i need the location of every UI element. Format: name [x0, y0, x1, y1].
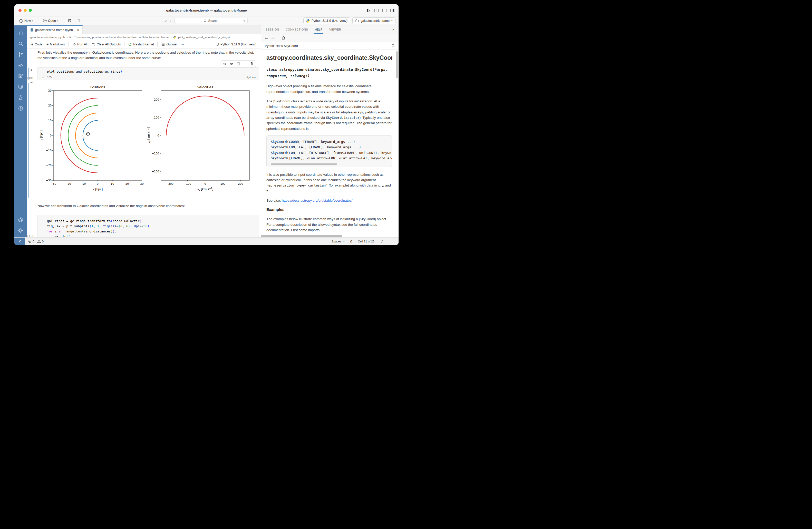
tab-session[interactable]: SESSION — [265, 25, 279, 34]
save-all-icon — [76, 19, 81, 23]
split-cell-button[interactable] — [235, 61, 242, 67]
notebook-content[interactable]: First, let's visualize the geometry in G… — [27, 48, 261, 237]
panel-tab-bar: SESSION CONNECTIONS HELP VIEWER × — [261, 25, 398, 34]
vertical-scrollbar[interactable] — [396, 51, 398, 78]
svg-text:0: 0 — [50, 134, 52, 137]
run-cell-button[interactable] — [29, 68, 33, 73]
tab-viewer[interactable]: VIEWER — [329, 25, 341, 34]
toggle-panel-icon[interactable] — [382, 9, 387, 12]
history-forward-button[interactable]: › — [170, 19, 171, 23]
doc-code-block[interactable]: >>> from astropy.coordinates import SkyC… — [266, 237, 392, 237]
clear-all-outputs-button[interactable]: Clear All Outputs — [90, 41, 123, 48]
problems-warnings-button[interactable]: 0 — [37, 240, 43, 243]
output-focus-bar — [28, 83, 28, 198]
tab-connections[interactable]: CONNECTIONS — [285, 25, 308, 34]
close-window-button[interactable] — [18, 9, 21, 12]
toggle-sidebar-icon[interactable] — [374, 9, 379, 12]
breadcrumb-section[interactable]: Transforming positions and velocities to… — [74, 36, 169, 39]
markdown-cell[interactable]: Now we can transform to Galactic coordin… — [38, 203, 257, 209]
run-above-button[interactable] — [222, 61, 228, 67]
zoom-window-button[interactable] — [29, 9, 32, 12]
sidebar-item-remote-explorer[interactable] — [15, 81, 26, 92]
more-icon: ⋯ — [244, 62, 247, 66]
minimize-window-button[interactable] — [24, 9, 27, 12]
run-all-button[interactable]: Run All — [70, 41, 90, 48]
indentation-status[interactable]: Spaces: 4 — [332, 240, 345, 243]
history-back-button[interactable]: ‹ — [165, 19, 167, 23]
tab-notebook[interactable]: galactocentric-frame.ipynb × — [27, 25, 83, 34]
tab-help[interactable]: HELP — [314, 25, 323, 34]
new-label: New — [24, 19, 31, 23]
python-icon — [173, 36, 176, 39]
examples-heading: Examples — [266, 207, 392, 212]
close-panel-icon[interactable]: × — [392, 25, 394, 34]
code-cell[interactable]: [11] gal_rings = gc_rings.transform_to(c… — [38, 215, 259, 237]
plus-icon: + — [46, 43, 48, 46]
run-all-icon — [72, 43, 76, 46]
panel-horizontal-scrollbar[interactable] — [261, 235, 342, 237]
workspace-label: galactocentric-frame — [361, 19, 390, 23]
close-tab-icon[interactable]: × — [77, 28, 79, 32]
sidebar-item-explorer[interactable] — [15, 27, 26, 38]
markdown-cell[interactable]: First, let's visualize the geometry in G… — [38, 50, 257, 61]
delete-cell-button[interactable] — [248, 61, 255, 67]
add-markdown-cell-button[interactable]: +Markdown — [44, 41, 67, 48]
execution-count: [10] — [27, 76, 33, 79]
cell-language[interactable]: Python — [246, 76, 256, 79]
code-cell[interactable]: [10] plot_positions_and_velocities(gc_ri… — [38, 68, 259, 80]
help-content[interactable]: astropy.coordinates.sky_coordinate.SkyCo… — [261, 50, 398, 237]
customize-layout-icon[interactable] — [366, 9, 371, 12]
kernel-picker-button[interactable]: Python 3.11.9 (Uv: .venv) — [214, 41, 258, 48]
clear-outputs-icon — [92, 43, 96, 46]
sidebar-item-source-control[interactable] — [15, 49, 26, 60]
extensions-icon — [18, 73, 24, 79]
sidebar-item-extensions[interactable] — [15, 71, 26, 81]
language-braces-status[interactable]: {} — [350, 240, 352, 243]
sidebar-item-run-debug[interactable] — [15, 60, 26, 71]
output-collapse-dots[interactable]: ··· — [30, 81, 34, 84]
doc-code-block[interactable]: SkyCoord(COORD, [FRAME], keyword_args ..… — [266, 135, 392, 167]
notifications-bell-button[interactable] — [380, 239, 384, 243]
doc-link[interactable]: https://docs.astropy.org/en/stable/coord… — [282, 199, 352, 202]
add-code-cell-button[interactable]: +Code — [29, 41, 44, 48]
sidebar-item-publish[interactable] — [15, 103, 26, 114]
sidebar-item-testing[interactable] — [15, 92, 26, 103]
breadcrumb-symbol[interactable]: plot_positions_and_velocities(gc_rings) — [178, 36, 230, 39]
help-forward-button[interactable]: ⇨ — [271, 36, 275, 40]
restart-kernel-button[interactable]: Restart Kernel — [126, 41, 156, 48]
outline-button[interactable]: Outline — [159, 41, 179, 48]
remote-indicator-button[interactable] — [14, 238, 25, 245]
cell-code[interactable]: plot_positions_and_velocities(gc_rings) — [38, 68, 259, 75]
save-button[interactable] — [66, 18, 74, 24]
help-home-button[interactable] — [281, 36, 285, 41]
workspace-button[interactable]: galactocentric-frame ∨ — [352, 17, 395, 24]
settings-button[interactable] — [15, 225, 26, 236]
breadcrumb-file[interactable]: galactocentric-frame.ipynb — [30, 36, 65, 39]
problems-errors-button[interactable]: 0 — [28, 240, 34, 243]
run-below-button[interactable] — [228, 61, 235, 67]
sidebar-item-search[interactable] — [15, 38, 26, 49]
horizontal-scrollbar[interactable] — [271, 163, 337, 165]
interpreter-button[interactable]: Python 3.11.9 (Uv: .venv) — [303, 17, 350, 24]
git-branch-icon — [18, 52, 24, 57]
cell-code[interactable]: gal_rings = gc_rings.transform_to(coord.… — [38, 215, 259, 237]
help-search-button[interactable] — [391, 44, 395, 48]
svg-text:30: 30 — [140, 182, 143, 185]
help-back-button[interactable]: ⇦ — [265, 36, 268, 40]
save-all-button[interactable] — [75, 18, 82, 24]
open-button[interactable]: Open ▾ — [41, 18, 60, 24]
breadcrumb: galactocentric-frame.ipynb › M↓ Transfor… — [27, 34, 261, 40]
interpreter-label: Python 3.11.9 (Uv: .venv) — [311, 19, 347, 23]
tab-bar: galactocentric-frame.ipynb × — [27, 25, 261, 34]
svg-text:−30: −30 — [50, 182, 56, 185]
more-actions-button[interactable]: ⋯ — [179, 41, 186, 48]
cell-position-status[interactable]: Cell 21 of 23 — [358, 240, 374, 243]
search-input[interactable]: Search ∨ — [174, 18, 248, 24]
pydoc-selector[interactable]: Pydoc: class SkyCoord ▾ — [261, 42, 398, 50]
account-button[interactable] — [15, 214, 26, 225]
more-cell-actions-button[interactable]: ⋯ — [242, 61, 248, 67]
toggle-secondary-sidebar-icon[interactable] — [390, 9, 394, 12]
new-button[interactable]: New ▾ — [17, 18, 35, 24]
home-icon — [281, 36, 285, 40]
doc-title: astropy.coordinates.sky_coordinate.SkyCo… — [266, 54, 392, 61]
